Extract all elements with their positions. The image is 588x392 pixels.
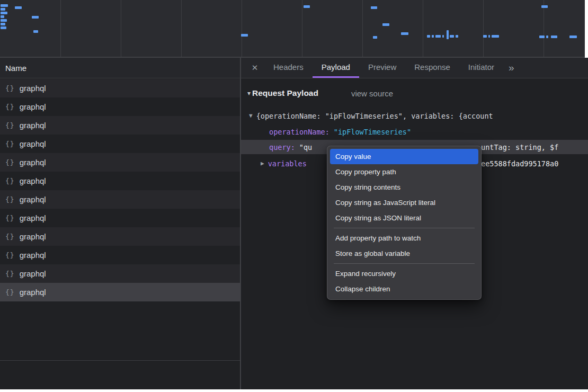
- network-overview-timeline[interactable]: [0, 0, 588, 58]
- braces-json-icon: {}: [5, 233, 15, 240]
- timeline-gridline: [242, 0, 242, 57]
- request-row[interactable]: {}graphql: [0, 135, 240, 153]
- context-menu-item-collapse-children[interactable]: Collapse children: [330, 281, 478, 297]
- timeline-gridline: [181, 0, 182, 57]
- timeline-request-bar: [450, 35, 454, 38]
- braces-json-icon: {}: [5, 288, 15, 296]
- timeline-request-bar: [442, 35, 444, 38]
- timeline-gridline: [423, 0, 423, 57]
- request-name: graphql: [20, 84, 46, 93]
- timeline-request-bar: [432, 35, 434, 38]
- braces-json-icon: {}: [5, 158, 15, 166]
- timeline-request-bar: [1, 26, 6, 29]
- collapsed-triangle-icon[interactable]: ▶: [261, 160, 264, 167]
- context-menu-item-copy-string-as-json-literal[interactable]: Copy string as JSON literal: [330, 210, 478, 226]
- json-string-value-right: untTag: string, $f: [481, 140, 558, 154]
- braces-json-icon: {}: [5, 270, 15, 278]
- request-row[interactable]: {}graphql: [0, 116, 240, 135]
- timeline-request-bar: [539, 35, 545, 38]
- json-string-value-right: ee5588fdad995178a0: [481, 156, 558, 171]
- timeline-request-bar: [373, 36, 377, 39]
- request-row[interactable]: {}graphql: [0, 264, 240, 283]
- json-key: operationName:: [269, 128, 329, 136]
- devtools-network-panel: Name {}graphql{}graphql{}graphql{}graphq…: [0, 0, 588, 392]
- request-name: graphql: [20, 139, 46, 148]
- context-menu-item-add-property-path-to-watch[interactable]: Add property path to watch: [330, 230, 478, 246]
- timeline-gridline: [121, 0, 121, 57]
- menu-separator: [334, 228, 475, 228]
- request-name: graphql: [20, 121, 46, 130]
- timeline-request-bar: [483, 35, 487, 38]
- payload-root-row[interactable]: ▼ {operationName: "ipFlowTimeseries", va…: [241, 109, 588, 123]
- braces-json-icon: {}: [5, 195, 15, 203]
- timeline-request-bar: [1, 15, 4, 18]
- request-row[interactable]: {}graphql: [0, 227, 240, 246]
- request-row[interactable]: {}graphql: [0, 209, 240, 227]
- payload-row-operationname[interactable]: operationName: "ipFlowTimeseries": [241, 124, 588, 139]
- timeline-request-bar: [546, 35, 548, 38]
- request-row-selected[interactable]: {}graphql: [0, 283, 240, 301]
- context-menu-item-copy-property-path[interactable]: Copy property path: [330, 164, 478, 180]
- timeline-request-bar: [371, 6, 377, 9]
- timeline-request-bar: [1, 19, 7, 22]
- braces-json-icon: {}: [5, 103, 15, 111]
- request-name: graphql: [20, 288, 46, 297]
- request-name: graphql: [20, 232, 46, 241]
- timeline-gridline: [544, 0, 544, 57]
- timeline-request-bar: [569, 35, 577, 38]
- request-name: graphql: [20, 158, 46, 167]
- timeline-request-bar: [304, 5, 310, 8]
- braces-json-icon: {}: [5, 177, 15, 185]
- braces-json-icon: {}: [5, 140, 15, 148]
- json-key: query:: [269, 143, 295, 152]
- request-row[interactable]: {}graphql: [0, 79, 240, 97]
- summary-divider: [0, 360, 240, 361]
- timeline-request-bar: [488, 35, 490, 38]
- braces-json-icon: {}: [5, 251, 15, 259]
- request-row[interactable]: {}graphql: [0, 153, 240, 172]
- braces-json-icon: {}: [5, 84, 15, 92]
- timeline-gridline: [302, 0, 302, 57]
- timeline-request-bar: [241, 34, 248, 37]
- timeline-request-bar: [551, 35, 557, 38]
- request-name: graphql: [20, 251, 46, 260]
- timeline-request-bar: [492, 35, 499, 38]
- json-key: variables: [268, 159, 307, 168]
- timeline-request-bar: [382, 23, 389, 26]
- timeline-request-bar: [401, 32, 408, 35]
- request-row[interactable]: {}graphql: [0, 190, 240, 209]
- timeline-request-bar: [435, 35, 441, 38]
- context-menu-item-copy-string-as-javascript-literal[interactable]: Copy string as JavaScript literal: [330, 195, 478, 210]
- braces-json-icon: {}: [5, 214, 15, 222]
- expanded-triangle-icon[interactable]: ▼: [249, 112, 253, 119]
- context-menu-item-copy-string-contents[interactable]: Copy string contents: [330, 180, 478, 195]
- request-list-panel: Name {}graphql{}graphql{}graphql{}graphq…: [0, 58, 240, 392]
- request-name: graphql: [20, 213, 46, 222]
- name-column-header[interactable]: Name: [0, 58, 240, 78]
- window-edge-bottom: [0, 389, 588, 392]
- timeline-request-bar: [1, 8, 5, 11]
- timeline-request-bar: [1, 4, 8, 7]
- request-name: graphql: [20, 195, 46, 204]
- timeline-request-bar: [427, 35, 430, 38]
- context-menu-item-expand-recursively[interactable]: Expand recursively: [330, 266, 478, 281]
- timeline-gridline: [362, 0, 363, 57]
- context-menu-item-store-as-global-variable[interactable]: Store as global variable: [330, 246, 478, 261]
- context-menu: Copy valueCopy property pathCopy string …: [327, 146, 482, 300]
- timeline-request-bar: [1, 23, 5, 25]
- request-rows: {}graphql{}graphql{}graphql{}graphql{}gr…: [0, 79, 240, 301]
- request-row[interactable]: {}graphql: [0, 172, 240, 190]
- request-name: graphql: [20, 102, 46, 111]
- timeline-request-bar: [15, 6, 22, 9]
- timeline-request-bar: [447, 30, 449, 39]
- request-row[interactable]: {}graphql: [0, 246, 240, 264]
- timeline-request-bar: [456, 35, 458, 38]
- request-row[interactable]: {}graphql: [0, 97, 240, 116]
- braces-json-icon: {}: [5, 121, 15, 129]
- context-menu-item-copy-value[interactable]: Copy value: [330, 149, 478, 164]
- timeline-request-bar: [32, 16, 39, 19]
- request-name: graphql: [20, 269, 46, 278]
- json-string-value-left: "qu: [299, 143, 312, 152]
- request-name: graphql: [20, 176, 46, 185]
- timeline-request-bar: [1, 12, 7, 14]
